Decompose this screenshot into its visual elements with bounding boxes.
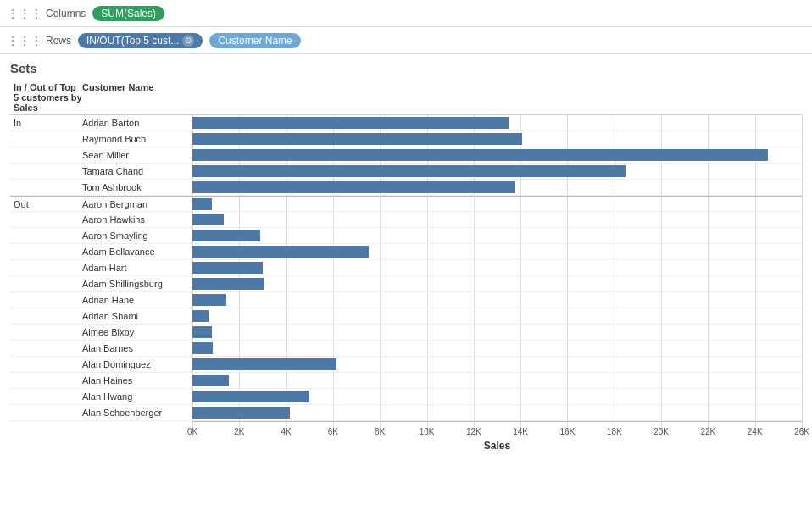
bar-row-12 [192, 308, 802, 325]
column-headers: In / Out of Top 5 customers by Sales Cus… [10, 82, 802, 115]
header-name: Customer Name [82, 82, 192, 113]
name-label-16: Alan Haines [82, 375, 192, 386]
header-chart-space [192, 82, 802, 113]
pill-icon: ⊙ [182, 35, 194, 47]
bar-9 [192, 262, 263, 274]
out-row-11: Alan Dominguez [10, 357, 192, 373]
bar-4 [192, 181, 515, 193]
rows-pill-1[interactable]: IN/OUT(Top 5 cust... ⊙ [78, 33, 203, 48]
bar-0 [192, 117, 509, 129]
in-row-4: Tamara Chand [10, 164, 192, 180]
bar-17 [192, 391, 309, 402]
rows-pill-2[interactable]: Customer Name [209, 33, 300, 48]
x-tick-2: 4K [281, 427, 291, 436]
out-row-7: Adrian Hane [10, 292, 192, 308]
in-group-labels: In Adrian Barton Raymond Buch Sean Mille… [10, 115, 192, 196]
x-axis-label: Sales [192, 438, 802, 453]
name-label-2: Sean Miller [82, 150, 192, 160]
bar-row-8 [192, 244, 802, 260]
name-label-7: Aaron Smayling [82, 230, 192, 241]
bar-row-16 [192, 373, 802, 389]
bar-5 [192, 198, 212, 210]
x-tick-6: 12K [466, 427, 481, 436]
name-label-12: Adrian Shami [82, 311, 192, 321]
name-label-17: Alan Hwang [82, 391, 192, 402]
x-axis: 0K2K4K6K8K10K12K14K16K18K20K22K24K26K [192, 421, 802, 438]
out-row-10: Alan Barnes [10, 341, 192, 357]
bar-12 [192, 310, 209, 322]
bar-2 [192, 149, 768, 161]
bar-16 [192, 375, 229, 386]
x-tick-9: 18K [607, 427, 622, 436]
name-label-0: Adrian Barton [82, 118, 192, 128]
x-tick-10: 20K [653, 427, 669, 436]
set-label-in: In [10, 118, 82, 128]
data-and-chart: In Adrian Barton Raymond Buch Sean Mille… [10, 115, 802, 453]
bar-row-7 [192, 228, 802, 244]
x-tick-7: 14K [513, 427, 528, 436]
bar-row-4 [192, 180, 802, 196]
bar-row-0 [192, 115, 802, 131]
bar-3 [192, 165, 626, 177]
bar-row-14 [192, 341, 802, 357]
bar-row-6 [192, 212, 802, 228]
rows-icon: ⋮⋮⋮ [7, 34, 42, 47]
bar-row-11 [192, 292, 802, 308]
columns-toolbar: ⋮⋮⋮ Columns SUM(Sales) [0, 0, 812, 27]
x-tick-1: 2K [234, 427, 244, 436]
name-label-15: Alan Dominguez [82, 359, 192, 369]
bar-13 [192, 326, 212, 338]
name-label-6: Aaron Hawkins [82, 214, 192, 225]
section-title: Sets [10, 61, 802, 75]
bar-10 [192, 278, 264, 290]
x-tick-0: 0K [187, 427, 197, 436]
bar-18 [192, 407, 290, 419]
bar-row-3 [192, 164, 802, 180]
bar-8 [192, 246, 369, 258]
in-row-2: Raymond Buch [10, 131, 192, 147]
bar-row-15 [192, 357, 802, 373]
x-tick-11: 22K [700, 427, 715, 436]
name-label-4: Tom Ashbrook [82, 182, 192, 192]
out-row-14: Alan Schoenberger [10, 405, 192, 421]
bar-row-13 [192, 325, 802, 341]
x-tick-5: 10K [420, 427, 435, 436]
header-set: In / Out of Top 5 customers by Sales [10, 82, 82, 113]
name-label-8: Adam Bellavance [82, 247, 192, 257]
bars-area [192, 115, 802, 421]
bar-11 [192, 294, 226, 306]
x-tick-4: 8K [375, 427, 385, 436]
name-label-11: Adrian Hane [82, 295, 192, 305]
out-row-8: Adrian Shami [10, 308, 192, 325]
out-row-12: Alan Haines [10, 373, 192, 389]
out-row-9: Aimee Bixby [10, 325, 192, 341]
bar-1 [192, 133, 522, 145]
bar-7 [192, 230, 260, 241]
columns-pill[interactable]: SUM(Sales) [92, 6, 164, 21]
bar-15 [192, 358, 336, 370]
bar-row-9 [192, 260, 802, 276]
in-row-1: In Adrian Barton [10, 115, 192, 131]
name-label-1: Raymond Buch [82, 134, 192, 144]
name-label-14: Alan Barnes [82, 343, 192, 353]
in-row-5: Tom Ashbrook [10, 180, 192, 196]
chart-wrapper: In / Out of Top 5 customers by Sales Cus… [10, 82, 802, 453]
name-label-5: Aaron Bergman [82, 199, 192, 209]
x-tick-3: 6K [328, 427, 338, 436]
out-row-6: Adam Shillingsburg [10, 276, 192, 292]
set-label-out: Out [10, 199, 82, 209]
x-tick-8: 16K [560, 427, 576, 436]
bar-row-10 [192, 276, 802, 292]
bar-row-5 [192, 196, 802, 212]
name-label-9: Adam Hart [82, 263, 192, 273]
left-labels: In Adrian Barton Raymond Buch Sean Mille… [10, 115, 192, 453]
name-label-13: Aimee Bixby [82, 327, 192, 337]
bar-14 [192, 342, 213, 354]
bar-6 [192, 214, 224, 225]
bar-row-1 [192, 131, 802, 147]
columns-label: ⋮⋮⋮ Columns [7, 7, 86, 20]
bar-row-17 [192, 389, 802, 405]
content-area: Sets In / Out of Top 5 customers by Sale… [0, 54, 812, 453]
out-row-1: Out Aaron Bergman [10, 196, 192, 212]
name-label-18: Alan Schoenberger [82, 408, 192, 418]
